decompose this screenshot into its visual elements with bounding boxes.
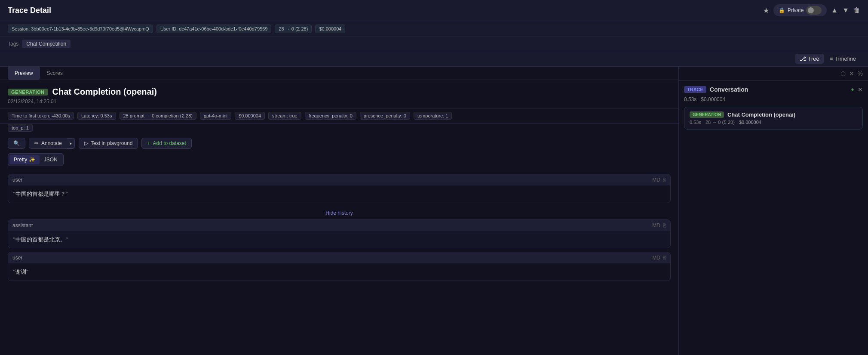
markdown-icon-user-1[interactable]: MD [652,177,660,183]
search-button[interactable]: 🔍 [8,138,25,149]
trace-close-button[interactable]: ✕ [858,86,863,93]
generation-header: GENERATION Chat Completion (openai) 02/1… [0,80,678,108]
copy-icon-assistant-1[interactable]: ⎘ [663,222,666,228]
percent-button[interactable]: % [858,70,863,77]
privacy-toggle[interactable] [806,6,822,15]
trace-latency: 0.53s [684,96,696,102]
message-user-1: user MD ⎘ "中国的首都是哪里？" [8,174,671,203]
trace-item-header: GENERATION Chat Completion (openai) [690,111,857,118]
generation-badge: GENERATION [8,89,48,96]
trace-item-meta: 0.53s 28 → 0 (Σ 28) $0.000004 [690,120,857,125]
message-body-user-1: "中国的首都是哪里？" [8,185,670,203]
param-cost: $0.000004 [235,112,265,120]
play-icon: ▷ [84,140,88,146]
pretty-format-button[interactable]: Pretty ✨ [9,155,40,164]
timeline-icon: ≡ [830,56,833,62]
trace-badge: TRACE [684,86,706,93]
session-badge: Session: 3bb00ec7-1b13-4c9b-85ee-3d9d70f… [8,25,153,33]
page-header: Trace Detail ★ 🔒 Private ▲ ▼ 🗑 [0,0,868,21]
cost-badge: $0.000004 [315,25,345,33]
trace-item-title: Chat Completion (openai) [727,111,795,118]
message-role-user-2: user [12,255,22,261]
message-header-assistant-1: assistant MD ⎘ [8,220,670,231]
right-panel: ⬡ ✕ % TRACE Conversation + ✕ 0.53s $0.00… [679,67,868,355]
meta-row: Session: 3bb00ec7-1b13-4c9b-85ee-3d9d70f… [0,21,868,37]
test-label: Test in playground [91,140,132,146]
trace-add-button[interactable]: + [851,86,854,93]
messages-area: user MD ⎘ "中国的首都是哪里？" Hide history assis… [0,170,678,289]
left-panel: Preview Scores GENERATION Chat Completio… [0,67,679,355]
annotate-chevron[interactable]: ▾ [67,138,75,148]
param-latency: Latency: 0.53s [77,112,116,120]
star-button[interactable]: ★ [763,6,769,15]
message-assistant-1: assistant MD ⎘ "中国的首都是北京。" [8,219,671,249]
trace-header: TRACE Conversation + ✕ [684,86,863,93]
timeline-label: Timeline [835,56,856,62]
trace-meta: 0.53s $0.000004 [684,96,863,102]
param-top-p: top_p: 1 [8,124,33,132]
param-tokens: 28 prompt → 0 completion (Σ 28) [120,112,196,120]
trace-item-cost: $0.000004 [739,120,761,125]
markdown-icon-user-2[interactable]: MD [652,255,660,261]
trace-header-buttons: + ✕ [851,86,863,93]
copy-icon-user-1[interactable]: ⎘ [663,177,666,183]
page-title: Trace Detail [8,6,51,15]
param-stream: stream: true [268,112,301,120]
close-panel-button[interactable]: ✕ [849,70,854,77]
annotate-group: ✏ Annotate ▾ [29,138,75,149]
edit-icon: ✏ [34,140,39,146]
trace-cost: $0.000004 [701,96,725,102]
timeline-view-button[interactable]: ≡ Timeline [825,54,860,64]
tags-label: Tags [8,41,18,47]
message-header-user-2: user MD ⎘ [8,252,670,263]
message-role-assistant-1: assistant [12,222,33,228]
right-panel-icons: ⬡ ✕ % [840,70,863,77]
view-toggle-row: ⎇ Tree ≡ Timeline [0,51,868,67]
format-toggle-row: Pretty ✨ JSON [0,153,678,170]
generation-title: Chat Completion (openai) [52,87,157,97]
message-user-2: user MD ⎘ "谢谢" [8,252,671,281]
message-header-user-1: user MD ⎘ [8,174,670,185]
privacy-label: Private [788,7,804,13]
param-freq-penalty: frequency_penalty: 0 [305,112,356,120]
maximize-icon-button[interactable]: ⬡ [840,70,846,77]
params-row: Time to first token: -430.00s Latency: 0… [0,108,678,123]
message-actions-user-1: MD ⎘ [652,177,666,183]
message-role-user-1: user [12,177,22,183]
tree-icon: ⎇ [800,56,806,62]
prev-button[interactable]: ▲ [831,6,838,14]
message-body-user-2: "谢谢" [8,263,670,281]
generation-date: 02/12/2024, 14:25:01 [8,99,157,105]
tree-label: Tree [808,56,819,62]
tab-preview[interactable]: Preview [8,67,40,80]
annotate-button[interactable]: ✏ Annotate [29,138,67,148]
message-actions-user-2: MD ⎘ [652,255,666,261]
action-row: 🔍 ✏ Annotate ▾ ▷ Test in playground + Ad… [0,133,678,153]
search-icon: 🔍 [13,140,20,146]
header-actions: ★ 🔒 Private ▲ ▼ 🗑 [763,4,860,16]
delete-button[interactable]: 🗑 [853,6,860,14]
trace-item-latency: 0.53s [690,120,701,125]
tag-chip-chat-competition[interactable]: Chat Competition [22,40,71,48]
param-temperature: temperature: 1 [414,112,452,120]
trace-item-gen-badge: GENERATION [690,111,724,118]
trace-label-row: TRACE Conversation [684,86,748,93]
markdown-icon-assistant-1[interactable]: MD [652,222,660,228]
top-p-row: top_p: 1 [0,123,678,133]
param-latency-first-token: Time to first token: -430.00s [8,112,74,120]
test-playground-button[interactable]: ▷ Test in playground [79,138,138,149]
copy-icon-user-2[interactable]: ⎘ [663,255,666,261]
trace-item-tokens: 28 → 0 (Σ 28) [705,120,735,125]
plus-icon: + [147,140,150,146]
trace-section: TRACE Conversation + ✕ 0.53s $0.000004 G… [679,81,868,135]
tab-scores[interactable]: Scores [40,67,70,80]
add-dataset-button[interactable]: + Add to dataset [141,138,191,149]
json-format-button[interactable]: JSON [40,155,62,164]
next-button[interactable]: ▼ [842,6,849,14]
user-id-badge: User ID: dc47a41e-06bc-400d-bde1-f0e440d… [156,25,272,33]
right-panel-tabs: ⬡ ✕ % [679,67,868,81]
param-presence-penalty: presence_penalty: 0 [360,112,410,120]
tree-view-button[interactable]: ⎇ Tree [795,54,824,64]
trace-item[interactable]: GENERATION Chat Completion (openai) 0.53… [684,107,863,130]
hide-history-button[interactable]: Hide history [8,207,671,219]
